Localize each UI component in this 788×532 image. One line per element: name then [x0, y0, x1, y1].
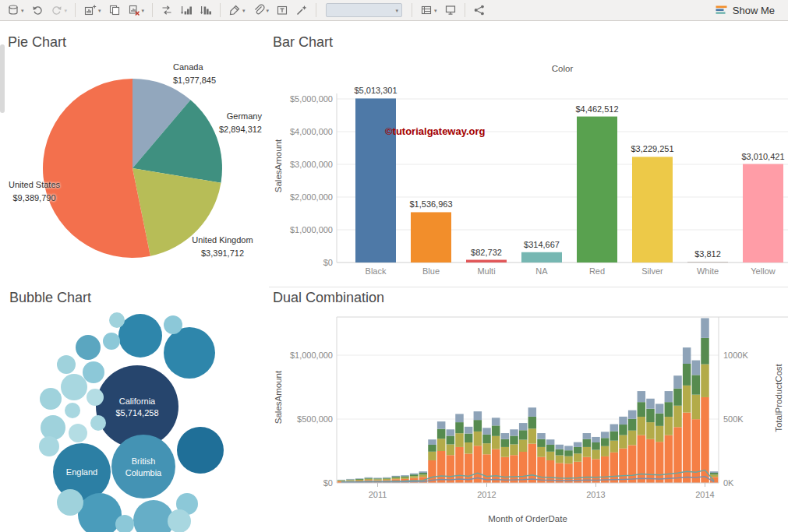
stacked-bar-segment[interactable]: [583, 447, 592, 457]
bubble-mark[interactable]: [103, 333, 120, 350]
bar-mark[interactable]: [743, 164, 783, 262]
stacked-bar-segment[interactable]: [655, 403, 664, 413]
undo-button[interactable]: [28, 2, 47, 19]
stacked-bar-segment[interactable]: [401, 477, 409, 479]
stacked-bar-segment[interactable]: [419, 471, 428, 473]
stacked-bar-segment[interactable]: [701, 318, 709, 337]
stacked-bar-segment[interactable]: [528, 407, 537, 417]
stacked-bar-segment[interactable]: [574, 453, 582, 462]
stacked-bar-segment[interactable]: [546, 452, 555, 460]
stacked-bar-segment[interactable]: [601, 432, 610, 438]
stacked-bar-segment[interactable]: [465, 434, 473, 442]
stacked-bar-segment[interactable]: [428, 445, 436, 452]
bar-mark[interactable]: [411, 212, 451, 262]
stacked-bar-segment[interactable]: [537, 447, 546, 457]
stacked-bar-segment[interactable]: [355, 480, 364, 481]
stacked-bar-segment[interactable]: [601, 446, 610, 456]
stacked-bar-segment[interactable]: [392, 477, 401, 477]
stacked-bar-segment[interactable]: [710, 474, 719, 477]
redo-button[interactable]: ▾: [48, 2, 71, 19]
stacked-bar-segment[interactable]: [710, 471, 719, 473]
stacked-bar-segment[interactable]: [646, 422, 655, 439]
fix-axes-button[interactable]: [292, 2, 311, 19]
stacked-bar-segment[interactable]: [465, 442, 473, 453]
bubble-mark[interactable]: [87, 389, 104, 406]
presentation-mode-button[interactable]: [441, 2, 460, 19]
bubble-mark[interactable]: [57, 355, 76, 374]
stacked-bar-segment[interactable]: [510, 429, 518, 435]
sort-ascending-button[interactable]: [177, 2, 196, 19]
stacked-bar-segment[interactable]: [564, 450, 573, 456]
stacked-bar-segment[interactable]: [492, 425, 500, 435]
share-workbook-button[interactable]: [470, 2, 489, 19]
show-me-button[interactable]: Show Me: [706, 3, 784, 18]
stacked-bar-segment[interactable]: [346, 480, 355, 481]
stacked-bar-segment[interactable]: [392, 476, 401, 477]
stacked-bar-segment[interactable]: [346, 480, 355, 481]
show-mark-labels-button[interactable]: [273, 2, 292, 19]
bubble-mark[interactable]: [61, 374, 87, 400]
stacked-bar-segment[interactable]: [546, 445, 555, 452]
stacked-bar-segment[interactable]: [465, 427, 473, 434]
stacked-bar-segment[interactable]: [556, 449, 564, 456]
stacked-bar-segment[interactable]: [601, 456, 610, 483]
stacked-bar-segment[interactable]: [665, 402, 673, 417]
stacked-bar-segment[interactable]: [665, 391, 673, 402]
stacked-bar-segment[interactable]: [419, 474, 428, 477]
stacked-bar-segment[interactable]: [492, 449, 500, 483]
stacked-bar-segment[interactable]: [492, 436, 500, 449]
stacked-bar-segment[interactable]: [373, 479, 382, 480]
bar-mark[interactable]: [466, 260, 507, 262]
stacked-bar-segment[interactable]: [610, 432, 619, 441]
stacked-bar-segment[interactable]: [428, 452, 436, 460]
stacked-bar-segment[interactable]: [519, 440, 528, 452]
new-worksheet-button[interactable]: ▾: [80, 2, 104, 19]
stacked-bar-segment[interactable]: [401, 475, 409, 476]
stacked-bar-segment[interactable]: [482, 443, 491, 454]
bubble-chart[interactable]: California$5,714,258EnglandBritishColumb…: [0, 308, 273, 532]
stacked-bar-segment[interactable]: [592, 450, 600, 460]
stacked-bar-segment[interactable]: [437, 439, 446, 451]
fit-dropdown[interactable]: ▾: [326, 3, 402, 17]
stacked-bar-segment[interactable]: [583, 457, 592, 483]
stacked-bar-segment[interactable]: [419, 473, 428, 474]
stacked-bar-segment[interactable]: [574, 442, 582, 447]
stacked-bar-segment[interactable]: [564, 456, 573, 464]
stacked-bar-segment[interactable]: [510, 435, 518, 444]
stacked-bar-segment[interactable]: [610, 453, 619, 483]
stacked-bar-segment[interactable]: [337, 481, 346, 481]
stacked-bar-segment[interactable]: [556, 456, 564, 463]
stacked-bar-segment[interactable]: [628, 419, 637, 431]
stacked-bar-segment[interactable]: [365, 478, 373, 479]
stacked-bar-segment[interactable]: [673, 375, 682, 389]
stacked-bar-segment[interactable]: [455, 414, 464, 422]
bubble-mark[interactable]: [168, 509, 191, 532]
stacked-bar-segment[interactable]: [528, 417, 537, 428]
stacked-bar-segment[interactable]: [628, 431, 637, 446]
stacked-bar-segment[interactable]: [583, 439, 592, 447]
stacked-bar-segment[interactable]: [646, 439, 655, 483]
stacked-bar-segment[interactable]: [564, 446, 573, 450]
bar-mark[interactable]: [687, 262, 728, 262]
stacked-bar-segment[interactable]: [337, 480, 346, 481]
stacked-bar-segment[interactable]: [410, 474, 419, 474]
bubble-mark[interactable]: [40, 388, 62, 410]
stacked-bar-segment[interactable]: [474, 432, 482, 446]
stacked-bar-segment[interactable]: [619, 435, 627, 449]
stacked-bar-segment[interactable]: [701, 365, 709, 397]
stacked-bar-segment[interactable]: [601, 438, 610, 446]
stacked-bar-segment[interactable]: [556, 445, 564, 449]
stacked-bar-segment[interactable]: [437, 421, 446, 429]
stacked-bar-segment[interactable]: [692, 419, 701, 483]
stacked-bar-segment[interactable]: [447, 444, 455, 455]
stacked-bar-segment[interactable]: [346, 479, 355, 480]
stacked-bar-segment[interactable]: [383, 477, 391, 478]
stacked-bar-segment[interactable]: [492, 417, 500, 425]
stacked-bar-segment[interactable]: [583, 433, 592, 439]
stacked-bar-segment[interactable]: [365, 477, 373, 478]
stacked-bar-segment[interactable]: [447, 435, 455, 444]
bar-mark[interactable]: [632, 157, 673, 262]
stacked-bar-segment[interactable]: [673, 389, 682, 406]
stacked-bar-segment[interactable]: [537, 433, 546, 439]
stacked-bar-segment[interactable]: [638, 417, 646, 435]
